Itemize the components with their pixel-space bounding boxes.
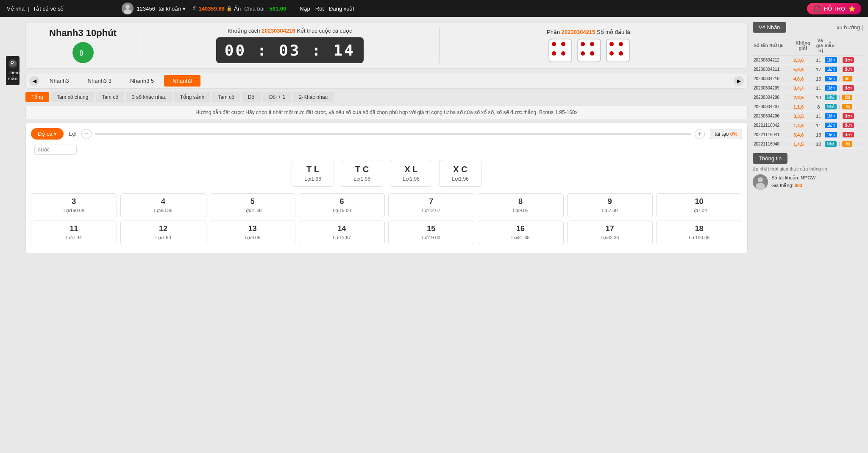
subtab-3so-khac-nhau[interactable]: 3 số khác nhau [126, 92, 172, 102]
account-dropdown[interactable]: tài khoản ▾ [159, 6, 186, 12]
badge-type2[interactable]: đơn [843, 132, 854, 137]
table-row: 20230304211 5,6,6 17 1lớn | đơn [753, 65, 863, 74]
number-cell-17[interactable]: 17 Lợi63.36 [567, 221, 653, 244]
svg-point-0 [125, 5, 130, 9]
thong-tin-button[interactable]: Thông tin [753, 153, 787, 164]
tab-prev-arrow[interactable]: ◀ [29, 76, 39, 86]
loi-label: Lợi [69, 131, 76, 137]
subtab-tong-sanh[interactable]: Tổng sảnh [174, 92, 210, 102]
xu-huong-link[interactable]: xu hướng | [837, 24, 863, 31]
balance-hide-label[interactable]: Ẩn [234, 6, 241, 12]
number-cell-10[interactable]: 10 Lợi7.04 [656, 193, 742, 217]
round-col: 20230304208 [753, 93, 793, 102]
badge-type2[interactable]: đơn [843, 85, 854, 91]
number-cell-3[interactable]: 3 Lợi190.08 [31, 193, 117, 217]
countdown-timer: 00 : 03 : 14 [216, 37, 364, 63]
badge-type2[interactable]: đơn [843, 57, 854, 63]
number-cell-12[interactable]: 12 Lợi7.60 [120, 221, 206, 244]
bet-type-xl-odds: Lợi1.96 [401, 176, 422, 182]
pipe-sep: | [839, 95, 840, 100]
badge-type2[interactable]: đôi [842, 104, 852, 109]
all-tickets-link[interactable]: Tất cả vé số [33, 6, 64, 12]
col-khong-giai: Khônggiải [793, 36, 813, 56]
tab-nhanh3-5[interactable]: Nhanh3 5 [122, 75, 162, 87]
slider-track[interactable] [95, 133, 691, 135]
badge-type1[interactable]: 1lớn [825, 76, 837, 81]
tab-nhanh3-1[interactable]: Nhanh3 [41, 75, 78, 87]
number-cell-6[interactable]: 6 Lợi19.00 [299, 193, 385, 217]
number-cell-18[interactable]: 18 Lợi190.08 [656, 221, 742, 244]
number-odds: Lợi12.67 [301, 235, 383, 240]
col-so-lan: Số lần thử lại [753, 36, 793, 56]
badge-type2[interactable]: đơn [843, 113, 854, 119]
pipe-sep: | [839, 104, 840, 109]
subtab-doi-plus-1[interactable]: Đôi + 1 [263, 92, 291, 102]
badge-type2[interactable]: đôi [843, 76, 852, 81]
number-cell-14[interactable]: 14 Lợi12.67 [299, 221, 385, 244]
balance-hide-icon[interactable]: 🔒 [226, 6, 232, 11]
bet-type-tc[interactable]: T C Lợi1.96 [341, 160, 383, 187]
number-cell-4[interactable]: 4 Lợi63.36 [120, 193, 206, 217]
badge-type1[interactable]: 1lớn [825, 85, 837, 91]
cuoc-input[interactable] [34, 145, 77, 155]
number-cell-15[interactable]: 15 Lợi19.00 [388, 221, 474, 244]
number-cell-9[interactable]: 9 Lợi7.60 [567, 193, 653, 217]
nap-button[interactable]: Nạp [300, 6, 310, 12]
badge-col: 1lớn | đơn [824, 65, 863, 74]
slider-minus-button[interactable]: － [81, 129, 92, 139]
badge-type2[interactable]: đơn [843, 123, 854, 128]
number-cell-13[interactable]: 13 Lợi9.05 [210, 221, 296, 244]
bet-type-xl[interactable]: X L Lợi1.96 [390, 160, 432, 187]
badge-type2[interactable]: đơn [843, 67, 854, 72]
subtab-tong[interactable]: Tổng [25, 92, 49, 102]
number-val: 14 [301, 224, 383, 233]
tab-nhanh3-active[interactable]: Nhanh3 [164, 75, 200, 87]
number-cell-16[interactable]: 16 Lợi31.68 [478, 221, 564, 244]
bet-type-xc[interactable]: X C Lợi1.96 [439, 160, 481, 187]
svg-point-1 [124, 9, 131, 14]
count-col: 10 [813, 140, 824, 149]
subtab-tam-co-2[interactable]: Tam cô [212, 92, 240, 102]
tai-tao-button[interactable]: tái tạo 0% [710, 129, 742, 139]
home-link[interactable]: Về nhà [7, 6, 25, 12]
badge-type1[interactable]: Nhỏ [825, 141, 837, 147]
nav-actions: Nạp Rút Đăng xuất [300, 6, 354, 12]
count-col: 11 [813, 121, 824, 130]
subtab-tam-co-chung[interactable]: Tam cô chung [51, 92, 95, 102]
number-odds: Lợi7.04 [658, 208, 740, 213]
countdown-section: Khoảng cách 20230304216 Kết thúc cuộc cá… [140, 28, 440, 63]
number-odds: Lợi7.60 [569, 208, 651, 213]
badge-type1[interactable]: Nhỏ [825, 104, 837, 109]
badge-type1[interactable]: 1lớn [825, 123, 837, 128]
badge-type2[interactable]: đôi [842, 141, 852, 147]
dice-header: Phần 20230304215 Số mở đầu là: [547, 29, 632, 35]
rut-button[interactable]: Rút [315, 6, 324, 12]
number-odds: Lợi63.36 [122, 208, 204, 213]
ve-nhan-button[interactable]: Vé Nhãn [753, 22, 786, 33]
subtab-2-khac-nhau[interactable]: 2-Khác nhau [293, 92, 334, 102]
subtab-doi[interactable]: Đôi [242, 92, 262, 102]
badge-type1[interactable]: Nhỏ [825, 95, 837, 100]
bet-type-tl[interactable]: T L Lợi1.96 [292, 160, 334, 187]
tab-nhanh3-3[interactable]: Nhanh3 3 [79, 75, 120, 87]
dang-xuat-button[interactable]: Đăng xuất [329, 6, 354, 12]
them-mau-button[interactable]: 🎱 Thêm mẫu [6, 56, 19, 85]
badge-type1[interactable]: 1lớn [825, 57, 837, 63]
number-cell-5[interactable]: 5 Lợi31.68 [210, 193, 296, 217]
pipe-sep: | [839, 132, 840, 137]
number-cell-8[interactable]: 8 Lợi9.05 [478, 193, 564, 217]
badge-type1[interactable]: 1lớn [825, 132, 837, 137]
number-cell-7[interactable]: 7 Lợi12.67 [388, 193, 474, 217]
countdown-end-label: Kết thúc cuộc cá cược [297, 28, 352, 34]
dice-open-label: Số mở đầu là: [597, 29, 632, 35]
subtab-tam-co[interactable]: Tam cô [96, 92, 124, 102]
tab-next-arrow[interactable]: ▶ [734, 76, 744, 86]
badge-type1[interactable]: 1lớn [825, 67, 837, 72]
left-sidebar: 🎱 Thêm mẫu [5, 22, 20, 253]
do-ca-button[interactable]: Độ cá ▾ [31, 128, 64, 140]
support-button[interactable]: 🎧 HỖ TRỢ ⭐ [807, 3, 861, 14]
badge-type1[interactable]: 1lớn [825, 113, 837, 119]
number-cell-11[interactable]: 11 Lợi7.04 [31, 221, 117, 244]
badge-type2[interactable]: đôi [842, 95, 852, 100]
slider-plus-button[interactable]: ＋ [695, 129, 705, 139]
